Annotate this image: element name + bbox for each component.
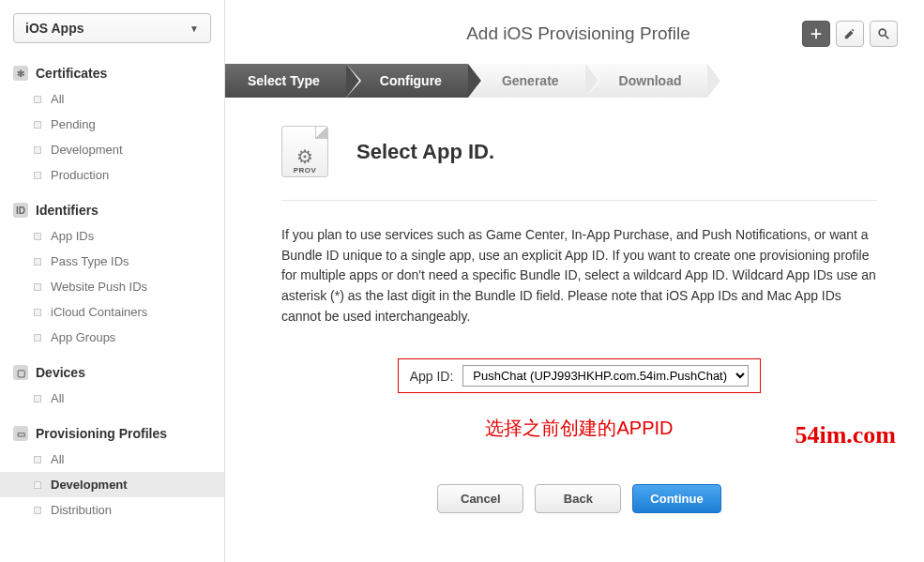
sidebar-item-development[interactable]: Development: [0, 137, 224, 162]
sidebar-section-identifiers[interactable]: IDIdentifiers: [0, 197, 224, 223]
bullet-icon: [34, 309, 41, 316]
cancel-button[interactable]: Cancel: [437, 484, 523, 513]
app-category-label: iOS Apps: [25, 21, 84, 36]
sidebar-item-label: iCloud Containers: [51, 305, 147, 319]
annotation-text: 选择之前创建的APPID: [281, 416, 877, 441]
sidebar-section-icon: ID: [13, 203, 28, 218]
content-area: ⚙ PROV Select App ID. If you plan to use…: [225, 98, 924, 562]
main-panel: Add iOS Provisioning Profile Select Type…: [225, 0, 924, 562]
app-id-select[interactable]: PushChat (UPJ993HKHP.com.54im.PushChat): [462, 365, 749, 387]
bullet-icon: [34, 395, 41, 403]
app-id-label: App ID:: [410, 369, 454, 384]
edit-button[interactable]: [836, 21, 864, 47]
pencil-icon: [843, 27, 856, 40]
sidebar-section-devices[interactable]: ▢Devices: [0, 359, 224, 386]
sidebar-item-app-groups[interactable]: App Groups: [0, 325, 224, 350]
back-button[interactable]: Back: [535, 484, 621, 513]
svg-point-0: [879, 29, 886, 36]
sidebar-section-icon: ▭: [13, 426, 28, 441]
bullet-icon: [34, 146, 41, 154]
bullet-icon: [34, 456, 41, 463]
step-breadcrumb: Select TypeConfigureGenerateDownload: [225, 64, 924, 98]
bullet-icon: [34, 121, 41, 129]
sidebar-item-label: Pending: [51, 117, 96, 131]
sidebar-section-provisioning-profiles[interactable]: ▭Provisioning Profiles: [0, 420, 224, 447]
plus-icon: [810, 27, 823, 40]
add-button[interactable]: [802, 21, 830, 47]
sidebar-section-title: Identifiers: [36, 203, 98, 218]
sidebar-item-label: App Groups: [51, 330, 115, 344]
sidebar-section-title: Provisioning Profiles: [36, 426, 167, 441]
button-row: Cancel Back Continue: [281, 484, 877, 513]
bullet-icon: [34, 283, 41, 291]
app-category-dropdown[interactable]: iOS Apps ▼: [13, 13, 211, 43]
step-configure[interactable]: Configure: [346, 64, 468, 98]
sidebar-item-website-push-ids[interactable]: Website Push IDs: [0, 274, 224, 299]
sidebar-item-label: All: [51, 452, 64, 466]
description-text: If you plan to use services such as Game…: [281, 225, 877, 327]
provisioning-file-icon: ⚙ PROV: [281, 126, 328, 177]
sidebar-item-production[interactable]: Production: [0, 162, 224, 188]
section-heading: Select App ID.: [356, 140, 494, 164]
sidebar-item-development[interactable]: Development: [0, 472, 224, 497]
app-id-field-row: App ID: PushChat (UPJ993HKHP.com.54im.Pu…: [398, 358, 762, 393]
sidebar-item-label: Production: [51, 168, 109, 182]
sidebar-item-distribution[interactable]: Distribution: [0, 497, 224, 523]
sidebar-item-all[interactable]: All: [0, 447, 224, 472]
watermark-text: 54im.com: [795, 421, 896, 449]
sidebar-item-all[interactable]: All: [0, 386, 224, 411]
sidebar-item-app-ids[interactable]: App IDs: [0, 223, 224, 249]
sidebar-item-pending[interactable]: Pending: [0, 112, 224, 137]
bullet-icon: [34, 507, 41, 514]
bullet-icon: [34, 96, 41, 103]
sidebar: iOS Apps ▼ ✻CertificatesAllPendingDevelo…: [0, 0, 225, 562]
sidebar-item-pass-type-ids[interactable]: Pass Type IDs: [0, 249, 224, 274]
sidebar-section-icon: ✻: [13, 66, 28, 81]
search-button[interactable]: [870, 21, 898, 47]
top-actions: [802, 21, 898, 47]
sidebar-section-icon: ▢: [13, 365, 28, 380]
gear-icon: ⚙: [296, 147, 313, 166]
sidebar-item-label: Distribution: [51, 503, 112, 517]
sidebar-item-label: Development: [51, 478, 128, 492]
bullet-icon: [34, 258, 41, 266]
bullet-icon: [34, 334, 41, 342]
step-download[interactable]: Download: [585, 64, 708, 98]
sidebar-item-label: All: [51, 391, 64, 405]
sidebar-section-title: Devices: [36, 365, 85, 380]
sidebar-item-label: Development: [51, 143, 123, 157]
sidebar-item-label: Pass Type IDs: [51, 254, 129, 268]
step-generate[interactable]: Generate: [468, 64, 585, 98]
page-title: Add iOS Provisioning Profile: [355, 23, 802, 44]
sidebar-item-label: All: [51, 92, 64, 106]
sidebar-item-label: Website Push IDs: [51, 280, 147, 294]
sidebar-item-all[interactable]: All: [0, 86, 224, 112]
sidebar-section-title: Certificates: [36, 66, 107, 81]
bullet-icon: [34, 233, 41, 240]
sidebar-item-icloud-containers[interactable]: iCloud Containers: [0, 299, 224, 325]
continue-button[interactable]: Continue: [632, 484, 720, 513]
bullet-icon: [34, 172, 41, 179]
chevron-down-icon: ▼: [189, 23, 199, 34]
topbar: Add iOS Provisioning Profile: [225, 0, 924, 58]
sidebar-section-certificates[interactable]: ✻Certificates: [0, 60, 224, 86]
prov-file-label: PROV: [294, 166, 317, 175]
bullet-icon: [34, 481, 41, 489]
search-icon: [877, 27, 890, 40]
step-select-type[interactable]: Select Type: [225, 64, 346, 98]
sidebar-item-label: App IDs: [51, 229, 94, 243]
